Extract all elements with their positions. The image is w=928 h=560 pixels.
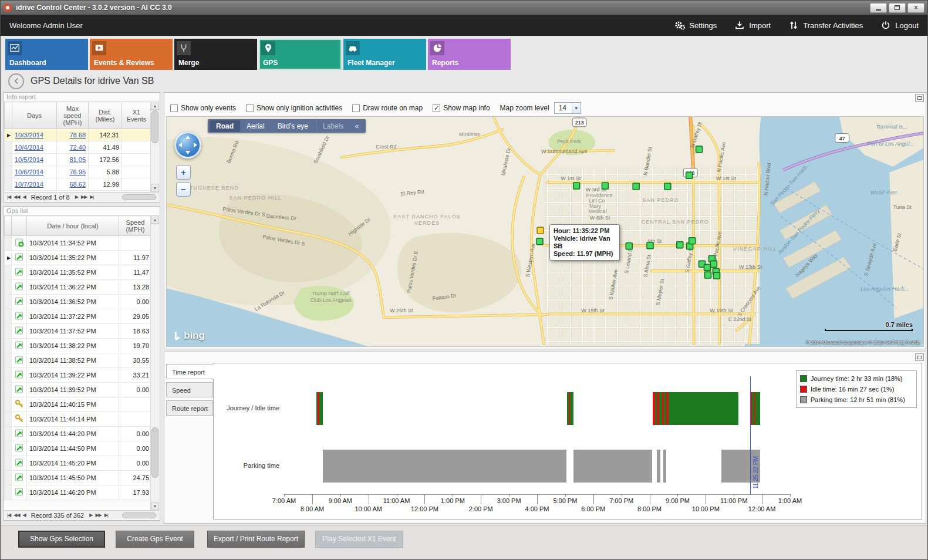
gps-list-scrollbar[interactable]: ▲ ▼ — [150, 215, 159, 510]
pan-north-icon[interactable] — [185, 136, 190, 139]
checkbox-draw-route-on-map[interactable]: Draw route on map — [352, 104, 423, 112]
gps-marker[interactable] — [713, 272, 720, 279]
gps-list-row[interactable]: 10/3/2014 11:39:22 PM33.21 — [5, 368, 152, 383]
gps-list-row[interactable]: 10/3/2014 11:34:52 PM — [5, 236, 152, 251]
gps-list-row[interactable]: 10/3/2014 11:36:52 PM0.00 — [5, 295, 152, 309]
gps-marker[interactable] — [602, 183, 608, 189]
record-next-button[interactable]: ▶ — [75, 194, 78, 200]
days-link[interactable]: 10/7/2014 — [15, 181, 43, 188]
map-tabs-collapse-icon[interactable]: « — [350, 122, 363, 130]
info-report-scrollbar[interactable]: ▲ ▼ — [150, 102, 159, 192]
column-header-date-hour-local[interactable]: Date / hour (local) — [27, 216, 119, 236]
info-report-row[interactable]: 10/5/201481.05172.56 — [5, 154, 151, 166]
gps-marker[interactable] — [573, 183, 580, 189]
record-last-button[interactable]: ▶| — [90, 194, 93, 200]
report-tab-speed-graphic[interactable]: Speed graphic — [166, 382, 213, 397]
report-tab-route-report[interactable]: Route report — [166, 400, 213, 416]
checkbox-show-only-events[interactable]: Show only events — [170, 104, 236, 112]
map-panel-collapse-button[interactable] — [915, 94, 924, 102]
days-link[interactable]: 10/5/2014 — [15, 156, 43, 163]
pan-west-icon[interactable] — [178, 143, 182, 147]
gps-list-row[interactable]: 10/3/2014 11:45:20 PM0.00 — [5, 456, 152, 471]
header-action-logout[interactable]: Logout — [880, 20, 919, 31]
scroll-down-icon[interactable]: ▼ — [151, 184, 159, 192]
checkbox-box[interactable]: ✓ — [433, 104, 440, 112]
selected-gps-marker[interactable] — [537, 227, 544, 234]
gps-list-row[interactable]: 10/3/2014 11:40:15 PM — [5, 397, 152, 412]
map-zoom-out-button[interactable]: − — [176, 182, 191, 197]
back-button[interactable] — [8, 73, 24, 89]
info-report-row[interactable]: ▶10/3/201478.68142.31 — [5, 129, 151, 141]
header-action-settings[interactable]: Settings — [674, 20, 717, 31]
show-gps-selection-button[interactable]: Show Gps Selection — [18, 531, 105, 548]
nav-tile-gps[interactable]: GPS — [259, 39, 342, 70]
gps-list-row[interactable]: 10/3/2014 11:44:14 PM — [5, 412, 152, 427]
gps-marker[interactable] — [664, 183, 671, 190]
report-tab-time-report[interactable]: Time report — [166, 364, 214, 379]
chart-panel-collapse-button[interactable] — [915, 353, 924, 361]
gps-list-row[interactable]: 10/3/2014 11:39:52 PM0.00 — [5, 383, 152, 397]
scroll-up-icon[interactable]: ▲ — [151, 102, 159, 110]
gps-marker[interactable] — [626, 243, 632, 249]
gps-list-row[interactable]: 10/3/2014 11:46:20 PM17.93 — [5, 485, 152, 500]
record-prev-button[interactable]: ◀ — [23, 512, 26, 518]
gps-list-row[interactable]: 10/3/2014 11:44:20 PM0.00 — [5, 427, 152, 441]
pan-south-icon[interactable] — [185, 151, 190, 154]
map-zoom-level-select[interactable]: 14▼ — [554, 102, 581, 114]
record-next-button[interactable]: ▶ — [89, 512, 92, 518]
gps-list-row[interactable]: 10/3/2014 11:44:50 PM0.00 — [5, 441, 152, 456]
checkbox-show-only-ignition-activities[interactable]: Show only ignition activities — [246, 104, 342, 112]
scrollbar-thumb[interactable] — [151, 110, 158, 143]
record-prev-page-button[interactable]: ◀◀ — [14, 512, 19, 518]
column-header-days[interactable]: Days — [12, 102, 57, 129]
gps-list-row[interactable]: 10/3/2014 11:36:22 PM13.28 — [5, 280, 152, 295]
scrollbar-thumb[interactable] — [151, 427, 158, 478]
checkbox-show-map-info[interactable]: ✓Show map info — [433, 104, 490, 112]
column-header-x1-events[interactable]: X1 Events — [122, 102, 151, 129]
gps-list-row[interactable]: 10/3/2014 11:38:22 PM19.70 — [5, 339, 152, 353]
info-report-row[interactable]: 10/6/201476.955.88 — [5, 166, 151, 178]
nav-tile-events-reviews[interactable]: Events & Reviews — [90, 39, 173, 70]
gps-marker[interactable] — [633, 183, 639, 190]
gps-marker[interactable] — [705, 272, 711, 278]
nav-tile-dashboard[interactable]: Dashboard — [5, 39, 88, 70]
max-speed-link[interactable]: 72.40 — [69, 144, 86, 151]
map-style-tab-aerial[interactable]: Aerial — [240, 120, 271, 132]
checkbox-box[interactable] — [170, 104, 178, 112]
column-header-speed-mph[interactable]: Speed (MPH) — [119, 216, 152, 236]
info-report-row[interactable]: 10/7/201468.6212.99 — [5, 178, 151, 191]
map-style-tab-bird-s-eye[interactable]: Bird's eye — [271, 120, 315, 132]
minimize-button[interactable] — [870, 3, 887, 13]
days-link[interactable]: 10/4/2014 — [15, 144, 43, 151]
gps-marker[interactable] — [536, 238, 543, 245]
gps-list-row[interactable]: 10/3/2014 11:45:50 PM24.75 — [5, 471, 152, 485]
gps-marker[interactable] — [710, 261, 717, 267]
create-gps-event-button[interactable]: Create Gps Event — [116, 531, 194, 548]
record-next-page-button[interactable]: ▶▶ — [81, 194, 87, 200]
days-link[interactable]: 10/6/2014 — [15, 168, 43, 176]
horizontal-scrollbar-thumb[interactable] — [122, 512, 156, 518]
gps-marker[interactable] — [696, 146, 703, 153]
map-style-tab-road[interactable]: Road — [210, 120, 240, 132]
checkbox-box[interactable] — [352, 104, 360, 112]
gps-list-row[interactable]: ▶10/3/2014 11:35:22 PM11.97 — [5, 251, 152, 265]
scroll-down-icon[interactable]: ▼ — [151, 502, 159, 510]
export-print-route-report-button[interactable]: Export / Print Route Report — [207, 531, 305, 548]
gps-marker[interactable] — [647, 242, 653, 249]
horizontal-scrollbar-thumb[interactable] — [122, 194, 156, 200]
max-speed-link[interactable]: 68.62 — [69, 181, 86, 188]
max-speed-link[interactable]: 76.95 — [69, 168, 86, 176]
maximize-button[interactable] — [889, 3, 906, 13]
map-canvas[interactable]: MiralestePeck ParkW Summerland AveCrest … — [166, 116, 924, 347]
gps-marker[interactable] — [686, 172, 693, 178]
record-first-button[interactable]: |◀ — [7, 512, 11, 518]
map-zoom-in-button[interactable]: + — [176, 165, 191, 180]
map-style-tab-labels[interactable]: Labels — [316, 120, 350, 132]
nav-tile-merge[interactable]: Merge — [174, 39, 257, 70]
gps-list-row[interactable]: 10/3/2014 11:37:22 PM29.05 — [5, 309, 152, 324]
gps-marker[interactable] — [704, 264, 711, 271]
nav-tile-reports[interactable]: Reports — [428, 39, 511, 70]
map-pan-compass[interactable] — [174, 131, 201, 158]
record-prev-page-button[interactable]: ◀◀ — [14, 194, 19, 200]
nav-tile-fleet-manager[interactable]: Fleet Manager — [343, 39, 426, 70]
